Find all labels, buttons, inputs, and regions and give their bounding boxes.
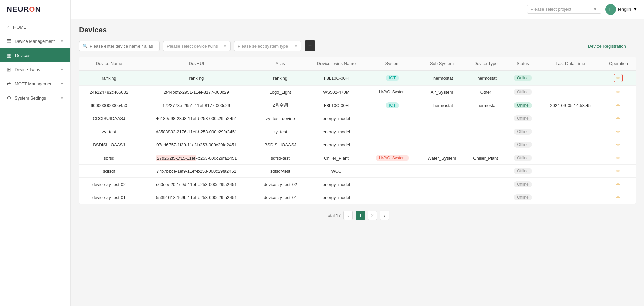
add-button[interactable]: +: [305, 40, 315, 51]
cell-last-data-time: [539, 86, 601, 99]
next-page-button[interactable]: ›: [380, 211, 389, 220]
cell-status: Offline: [506, 138, 539, 151]
user-chevron-icon: ▼: [633, 7, 637, 12]
filter-row: 🔍 Please select device twins ▼ Please se…: [79, 40, 636, 51]
more-options-button[interactable]: ···: [630, 43, 636, 49]
settings-icon: ⚙: [7, 95, 11, 101]
cell-sub-system: Thermostat: [419, 71, 465, 86]
cell-system: HVAC_System: [366, 86, 419, 99]
cell-operation: ✏: [602, 125, 636, 138]
username: fenglin: [618, 7, 631, 12]
cell-operation: ✏: [602, 165, 636, 178]
edit-button[interactable]: ✏: [616, 129, 620, 134]
edit-button[interactable]: ✏: [616, 195, 620, 200]
status-badge: Offline: [514, 181, 532, 187]
edit-button[interactable]: ✏: [616, 89, 620, 95]
chevron-down-icon: ▼: [60, 82, 64, 86]
cell-last-data-time: [539, 191, 601, 204]
status-badge: Offline: [514, 115, 532, 121]
cell-status: Offline: [506, 191, 539, 204]
table-row: device-zy-test-01 55391618-1c9b-11ef-b25…: [79, 191, 636, 204]
project-select[interactable]: Please select project ▼: [527, 5, 601, 14]
cell-system: [366, 191, 419, 204]
cell-sub-system: [419, 178, 465, 191]
page-2-button[interactable]: 2: [368, 211, 377, 220]
device-name-search[interactable]: 🔍: [79, 41, 160, 51]
edit-button[interactable]: ✏: [616, 168, 620, 174]
cell-deveui: d3583802-2176-11ef-b253-000c29fa2451: [139, 125, 254, 138]
prev-page-button[interactable]: ‹: [343, 211, 353, 220]
cell-deveui: 77b7bbce-1ef9-11ef-b253-000c29fa2451: [139, 165, 254, 178]
cell-operation: ✏: [602, 191, 636, 204]
cell-device-name: 24e124782c465032: [79, 86, 139, 99]
user-area[interactable]: F fenglin ▼: [605, 4, 637, 15]
sidebar-item-system-settings[interactable]: ⚙ System Settings ▼: [0, 91, 70, 105]
cell-sub-system: [419, 138, 465, 151]
cell-device-name: sdfsd: [79, 151, 139, 165]
sidebar-item-label: HOME: [13, 25, 64, 30]
cell-sub-system: Thermostat: [419, 99, 465, 112]
sidebar: NEURON ⌂ HOME ☰ Device Management ▼ ▦ De…: [0, 0, 71, 306]
cell-twins-name: energy_model: [307, 178, 366, 191]
table-row: 24e124782c465032 2f44bbf2-2951-11ef-8177…: [79, 86, 636, 99]
sidebar-item-label: Device Twins: [14, 67, 60, 72]
page-title: Devices: [79, 26, 636, 34]
cell-status: Offline: [506, 178, 539, 191]
sidebar-item-device-twins[interactable]: ⊞ Device Twins ▼: [0, 62, 70, 77]
status-badge: Online: [514, 75, 532, 81]
cell-last-data-time: [539, 151, 601, 165]
cell-status: Online: [506, 99, 539, 112]
cell-device-type: [465, 125, 507, 138]
logo-dot: O: [29, 5, 35, 13]
edit-button[interactable]: ✏: [616, 182, 620, 187]
sidebar-item-mqtt-management[interactable]: ⇌ MQTT Management ▼: [0, 77, 70, 91]
cell-sub-system: [419, 191, 465, 204]
cell-status: Online: [506, 71, 539, 86]
cell-system: [366, 138, 419, 151]
cell-device-type: Other: [465, 86, 507, 99]
status-badge: Offline: [514, 168, 532, 174]
mqtt-icon: ⇌: [7, 81, 11, 87]
cell-twins-name: energy_model: [307, 138, 366, 151]
status-badge: Offline: [514, 129, 532, 135]
cell-operation: ✏: [602, 178, 636, 191]
col-device-twins-name: Device Twins Name: [307, 57, 366, 71]
edit-button[interactable]: ✏: [616, 103, 620, 108]
cell-sub-system: Air_System: [419, 86, 465, 99]
sidebar-item-device-management[interactable]: ☰ Device Management ▼: [0, 34, 70, 48]
cell-last-data-time: [539, 138, 601, 151]
cell-status: Offline: [506, 86, 539, 99]
device-twins-placeholder: Please select device twins: [167, 44, 218, 49]
cell-twins-name: energy_model: [307, 125, 366, 138]
edit-button[interactable]: ✏: [614, 74, 623, 82]
sidebar-item-label: System Settings: [14, 95, 60, 101]
device-twins-select[interactable]: Please select device twins ▼: [163, 41, 231, 51]
table-row: ranking ranking ranking F8L10C-00H IOT T…: [79, 71, 636, 86]
cell-device-type: [465, 191, 507, 204]
system-type-select[interactable]: Please select system type ▼: [234, 41, 301, 51]
col-status: Status: [506, 57, 539, 71]
cell-system: IOT: [366, 99, 419, 112]
cell-last-data-time: 2024-09-05 14:53:45: [539, 99, 601, 112]
cell-device-type: Chiller_Plant: [465, 151, 507, 165]
logo-suffix: N: [35, 5, 41, 13]
cell-alias: device-zy-test-01: [254, 191, 307, 204]
logo-text: NEUR: [7, 5, 29, 13]
sidebar-item-devices[interactable]: ▦ Devices: [0, 48, 70, 62]
home-icon: ⌂: [7, 24, 10, 30]
cell-device-name: device-zy-test-01: [79, 191, 139, 204]
edit-button[interactable]: ✏: [616, 155, 620, 161]
edit-button[interactable]: ✏: [616, 142, 620, 147]
cell-device-name: device-zy-test-02: [79, 178, 139, 191]
device-name-input[interactable]: [90, 44, 156, 49]
device-management-icon: ☰: [7, 38, 11, 44]
sidebar-item-home[interactable]: ⌂ HOME: [0, 20, 70, 34]
edit-button[interactable]: ✏: [616, 116, 620, 121]
cell-twins-name: Chiller_Plant: [307, 151, 366, 165]
cell-device-type: Thermostat: [465, 99, 507, 112]
table-header-row: Device Name DevEUI Alias Device Twins Na…: [79, 57, 636, 71]
cell-twins-name: WCC: [307, 165, 366, 178]
device-registration-link[interactable]: Device Registration: [588, 44, 626, 49]
page-1-button[interactable]: 1: [356, 211, 365, 220]
status-badge: Online: [514, 102, 532, 108]
